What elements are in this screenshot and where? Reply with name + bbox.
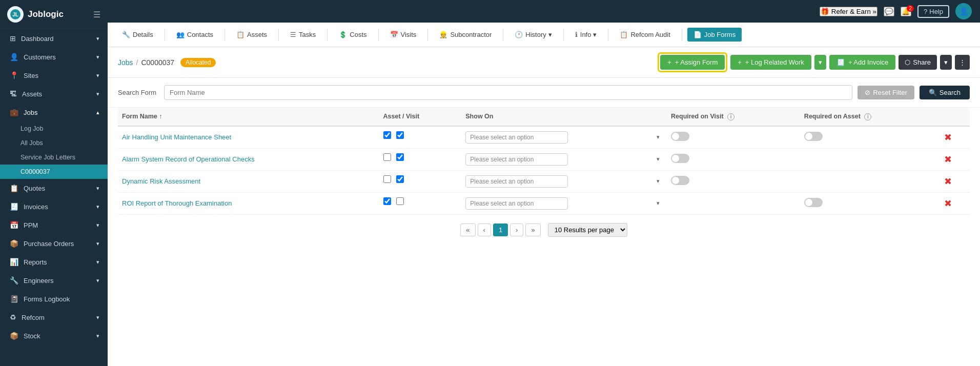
pagination-first[interactable]: «	[460, 223, 475, 236]
sidebar-item-forms-logbook[interactable]: 📓 Forms Logbook	[0, 290, 108, 308]
sidebar-item-customers[interactable]: 👤 Customers ▾	[0, 48, 108, 66]
sidebar-item-jobs[interactable]: 💼 Jobs ▴	[0, 103, 108, 121]
help-label: Help	[929, 8, 943, 15]
sidebar-item-purchase-orders[interactable]: 📦 Purchase Orders ▾	[0, 234, 108, 253]
tab-contacts[interactable]: 👥 Contacts	[170, 28, 219, 42]
avatar-icon: 👤	[959, 7, 968, 15]
required-on-asset-toggle[interactable]	[804, 198, 823, 207]
tab-visits[interactable]: 📅 Visits	[384, 28, 423, 42]
show-on-select[interactable]: Please select an option	[465, 197, 568, 210]
tab-assets[interactable]: 📋 Assets	[230, 28, 273, 42]
form-name-link[interactable]: Alarm System Record of Operational Check…	[122, 155, 255, 163]
form-name-cell: Alarm System Record of Operational Check…	[118, 148, 379, 170]
tab-tasks[interactable]: ☰ Tasks	[284, 28, 322, 42]
form-name-link[interactable]: Air Handling Unit Maintenance Sheet	[122, 133, 231, 141]
sidebar-item-ppm[interactable]: 📅 PPM ▾	[0, 216, 108, 234]
sidebar-item-label: Refcom	[22, 314, 45, 321]
sidebar-sub-service-job-letters[interactable]: Service Job Letters	[0, 150, 108, 165]
required-on-visit-toggle[interactable]	[671, 154, 689, 163]
tab-divider	[682, 29, 682, 41]
hamburger-icon[interactable]: ☰	[93, 10, 100, 19]
form-name-cell: ROI Report of Thorough Examination	[118, 192, 379, 214]
breadcrumb: Jobs / C0000037	[118, 58, 174, 67]
search-button[interactable]: 🔍 Search	[920, 86, 970, 99]
refer-earn-label: Refer & Earn	[831, 8, 871, 15]
asset-checkbox[interactable]	[383, 153, 391, 161]
reports-icon: 📊	[10, 258, 18, 266]
breadcrumb-parent-link[interactable]: Jobs	[118, 58, 133, 67]
asset-checkbox[interactable]	[383, 197, 391, 205]
search-input[interactable]	[164, 85, 852, 100]
tab-subcontractor[interactable]: 👷 Subcontractor	[433, 28, 498, 42]
form-name-link[interactable]: ROI Report of Thorough Examination	[122, 199, 232, 207]
show-on-select[interactable]: Please select an option	[465, 175, 568, 188]
sidebar-item-invoices[interactable]: 🧾 Invoices ▾	[0, 197, 108, 216]
visit-checkbox[interactable]	[396, 197, 404, 205]
sidebar-item-refcom[interactable]: ♻ Refcom ▾	[0, 308, 108, 327]
sidebar-sub-log-job[interactable]: Log Job	[0, 121, 108, 136]
required-asset-info-icon[interactable]: i	[864, 113, 871, 120]
sidebar-sub-all-jobs[interactable]: All Jobs	[0, 136, 108, 150]
visit-checkbox[interactable]	[396, 131, 404, 139]
tab-info[interactable]: ℹ Info ▾	[569, 28, 603, 42]
tab-history[interactable]: 🕐 History ▾	[508, 28, 558, 42]
user-avatar-button[interactable]: 👤	[955, 3, 972, 19]
search-icon: 🔍	[929, 89, 937, 96]
sidebar-item-dashboard[interactable]: ⊞ Dashboard ▾	[0, 29, 108, 48]
delete-row-button[interactable]: ✖	[944, 176, 952, 187]
asset-checkbox[interactable]	[383, 131, 391, 139]
tab-divider	[503, 29, 503, 41]
notifications-button[interactable]: 🔔 2	[901, 7, 911, 16]
delete-row-button[interactable]: ✖	[944, 198, 952, 209]
sidebar-sub-c0000037[interactable]: C0000037	[0, 165, 108, 179]
form-name-link[interactable]: Dynamic Risk Assessment	[122, 177, 200, 185]
sidebar: JL Joblogic ☰ ⊞ Dashboard ▾ 👤 Customers …	[0, 0, 108, 366]
tab-costs[interactable]: 💲 Costs	[333, 28, 373, 42]
show-on-select[interactable]: Please select an option	[465, 131, 568, 144]
sidebar-item-quotes[interactable]: 📋 Quotes ▾	[0, 179, 108, 197]
per-page-select[interactable]: 10 Results per page	[548, 223, 627, 237]
delete-row-button[interactable]: ✖	[944, 154, 952, 165]
visit-checkbox[interactable]	[396, 153, 404, 161]
share-dropdown[interactable]: ▾	[940, 55, 952, 70]
delete-cell: ✖	[940, 170, 970, 192]
pagination-prev[interactable]: ‹	[478, 223, 491, 236]
col-show-on: Show On	[461, 108, 667, 126]
sidebar-item-assets[interactable]: 🏗 Assets ▾	[0, 85, 108, 103]
more-options-button[interactable]: ⋮	[955, 55, 970, 70]
chat-button[interactable]: 💬	[884, 7, 894, 16]
sort-icon[interactable]: ↑	[159, 113, 162, 120]
sidebar-item-engineers[interactable]: 🔧 Engineers ▾	[0, 271, 108, 290]
tab-divider	[165, 29, 165, 41]
required-on-visit-toggle[interactable]	[671, 176, 689, 185]
show-on-select[interactable]: Please select an option	[465, 153, 568, 166]
col-actions	[940, 108, 970, 126]
required-on-visit-toggle[interactable]	[671, 132, 689, 141]
header-actions: + + Assign Form + + Log Related Work ▾ 🧾…	[658, 52, 970, 72]
asset-checkbox[interactable]	[383, 175, 391, 183]
pagination-current[interactable]: 1	[493, 223, 508, 236]
chevron-down-icon: ▾	[96, 204, 99, 210]
visit-checkbox[interactable]	[396, 175, 404, 183]
log-related-work-dropdown[interactable]: ▾	[814, 55, 826, 70]
tab-job-forms[interactable]: 📄 Job Forms	[687, 28, 742, 42]
job-forms-icon: 📄	[693, 31, 702, 38]
sidebar-item-sites[interactable]: 📍 Sites ▾	[0, 66, 108, 85]
add-invoice-button[interactable]: 🧾 + Add Invoice	[829, 55, 895, 70]
log-related-work-button[interactable]: + + Log Related Work	[730, 55, 811, 70]
share-button[interactable]: ⬡ Share	[899, 55, 937, 70]
sidebar-item-reports[interactable]: 📊 Reports ▾	[0, 253, 108, 271]
sidebar-item-stock[interactable]: 📦 Stock ▾	[0, 327, 108, 345]
assign-form-button[interactable]: + + Assign Form	[660, 55, 725, 70]
pagination-next[interactable]: ›	[510, 223, 523, 236]
tab-details[interactable]: 🔧 Details	[116, 28, 159, 42]
pagination-last[interactable]: »	[525, 223, 540, 236]
delete-row-button[interactable]: ✖	[944, 132, 952, 143]
help-button[interactable]: ? Help	[917, 5, 949, 18]
notification-badge: 2	[907, 5, 914, 12]
tab-refcom-audit[interactable]: 📋 Refcom Audit	[614, 28, 676, 42]
reset-filter-button[interactable]: ⊘ Reset Filter	[858, 86, 914, 99]
refer-earn-button[interactable]: 🎁 Refer & Earn »	[820, 7, 877, 16]
required-on-asset-toggle[interactable]	[804, 132, 823, 141]
required-visit-info-icon[interactable]: i	[727, 113, 734, 120]
